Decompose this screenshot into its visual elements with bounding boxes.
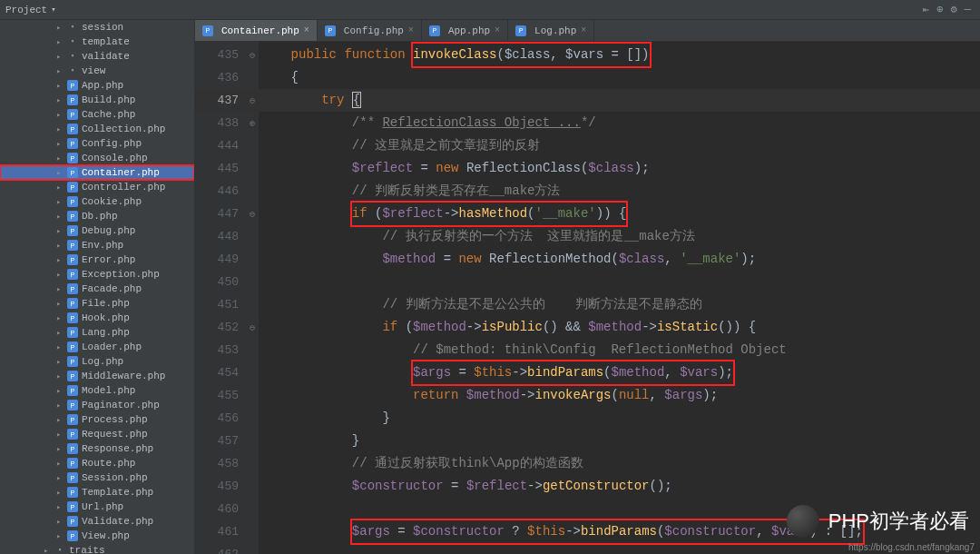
hide-icon[interactable]: — (965, 4, 971, 16)
fold-icon[interactable]: ⊖ (250, 203, 255, 225)
tree-item-middleware-php[interactable]: ▸PMiddleware.php (0, 369, 194, 383)
line-number[interactable]: 453 (195, 339, 259, 361)
tree-item-view-php[interactable]: ▸PView.php (0, 529, 194, 543)
tree-item-label: Build.php (82, 94, 135, 105)
php-icon: P (67, 240, 78, 251)
php-icon: P (67, 211, 78, 222)
line-number[interactable]: 456 (195, 407, 259, 430)
project-label[interactable]: Project ▾ (5, 5, 56, 15)
line-number[interactable]: 436 (195, 66, 259, 89)
php-icon: P (67, 269, 78, 280)
line-number[interactable]: 447⊖ (195, 203, 259, 225)
tree-item-db-php[interactable]: ▸PDb.php (0, 209, 194, 223)
tree-item-request-php[interactable]: ▸PRequest.php (0, 427, 194, 441)
line-number[interactable]: 435⊖ (195, 44, 259, 66)
tree-item-error-php[interactable]: ▸PError.php (0, 252, 194, 267)
tree-item-label: Console.php (82, 153, 148, 163)
tree-item-exception-php[interactable]: ▸PException.php (0, 267, 194, 282)
tree-item-cache-php[interactable]: ▸PCache.php (0, 107, 194, 122)
project-toolbar: Project ▾ ⇤ ⊕ ⚙ — (0, 0, 980, 20)
tree-item-response-php[interactable]: ▸PResponse.php (0, 441, 194, 456)
php-icon: P (67, 487, 78, 498)
tree-item-validate-php[interactable]: ▸PValidate.php (0, 514, 194, 529)
php-icon: P (67, 371, 78, 381)
editor-area: PContainer.php×PConfig.php×PApp.php×PLog… (195, 20, 980, 554)
line-number[interactable]: 458 (195, 452, 259, 475)
line-number[interactable]: 449 (195, 248, 259, 271)
folder-icon: ▪ (54, 545, 65, 554)
close-icon[interactable]: × (495, 25, 500, 35)
line-number[interactable]: 457 (195, 430, 259, 452)
tree-item-console-php[interactable]: ▸PConsole.php (0, 151, 194, 165)
tree-item-session[interactable]: ▸▪session (0, 20, 194, 35)
line-number[interactable]: 448 (195, 225, 259, 248)
tree-item-cookie-php[interactable]: ▸PCookie.php (0, 194, 194, 209)
tree-item-loader-php[interactable]: ▸PLoader.php (0, 340, 194, 354)
fold-icon[interactable]: ⊖ (250, 316, 255, 339)
close-icon[interactable]: × (581, 25, 586, 35)
line-number[interactable]: 445 (195, 157, 259, 180)
close-icon[interactable]: × (408, 25, 414, 35)
tree-item-debug-php[interactable]: ▸PDebug.php (0, 223, 194, 238)
tree-item-controller-php[interactable]: ▸PController.php (0, 180, 194, 194)
tree-item-label: Env.php (82, 240, 123, 251)
tree-item-template-php[interactable]: ▸PTemplate.php (0, 485, 194, 500)
tree-item-validate[interactable]: ▸▪validate (0, 49, 194, 64)
tab-log-php[interactable]: PLog.php× (508, 20, 594, 41)
close-icon[interactable]: × (304, 25, 309, 35)
tree-item-route-php[interactable]: ▸PRoute.php (0, 456, 194, 470)
tree-item-template[interactable]: ▸▪template (0, 35, 194, 49)
tree-item-file-php[interactable]: ▸PFile.php (0, 296, 194, 311)
line-number[interactable]: 437⊖ (195, 89, 259, 112)
line-number[interactable]: 461 (195, 520, 259, 543)
collapse-icon[interactable]: ⇤ (923, 3, 929, 16)
tree-item-model-php[interactable]: ▸PModel.php (0, 383, 194, 398)
tree-item-collection-php[interactable]: ▸PCollection.php (0, 122, 194, 136)
line-number[interactable]: 444 (195, 134, 259, 157)
fold-icon[interactable]: ⊖ (250, 44, 255, 66)
tree-item-hook-php[interactable]: ▸PHook.php (0, 311, 194, 325)
line-number[interactable]: 450 (195, 271, 259, 293)
php-icon: P (67, 458, 78, 469)
tree-item-config-php[interactable]: ▸PConfig.php (0, 136, 194, 151)
tab-container-php[interactable]: PContainer.php× (195, 20, 318, 41)
tree-item-facade-php[interactable]: ▸PFacade.php (0, 282, 194, 296)
tree-item-log-php[interactable]: ▸PLog.php (0, 354, 194, 369)
code[interactable]: public function invokeClass($class, $var… (259, 42, 980, 554)
tree-item-url-php[interactable]: ▸PUrl.php (0, 500, 194, 514)
tree-item-lang-php[interactable]: ▸PLang.php (0, 325, 194, 340)
tree-item-paginator-php[interactable]: ▸PPaginator.php (0, 398, 194, 412)
line-number[interactable]: 462 (195, 543, 259, 554)
tree-item-build-php[interactable]: ▸PBuild.php (0, 93, 194, 107)
tab-config-php[interactable]: PConfig.php× (318, 20, 422, 41)
fold-icon[interactable]: ⊖ (250, 89, 255, 112)
line-number[interactable]: 446 (195, 180, 259, 203)
line-number[interactable]: 438⊕ (195, 112, 259, 134)
line-number[interactable]: 459 (195, 475, 259, 498)
line-number[interactable]: 460 (195, 498, 259, 520)
line-number[interactable]: 451 (195, 293, 259, 316)
tree-item-app-php[interactable]: ▸PApp.php (0, 78, 194, 93)
folder-icon: ▪ (67, 51, 78, 62)
php-icon: P (67, 312, 78, 323)
settings-icon[interactable]: ⚙ (951, 3, 957, 16)
line-number[interactable]: 455 (195, 384, 259, 407)
php-icon: P (67, 182, 78, 193)
tree-item-session-php[interactable]: ▸PSession.php (0, 470, 194, 485)
line-number[interactable]: 452⊖ (195, 316, 259, 339)
tree-item-view[interactable]: ▸▪view (0, 64, 194, 78)
tree-item-env-php[interactable]: ▸PEnv.php (0, 238, 194, 252)
php-icon: P (67, 138, 78, 149)
tree-item-process-php[interactable]: ▸PProcess.php (0, 412, 194, 427)
php-icon: P (325, 25, 336, 36)
tree-item-traits[interactable]: ▸▪traits (0, 543, 194, 554)
tree-item-label: Template.php (82, 487, 153, 498)
fold-icon[interactable]: ⊕ (250, 112, 255, 134)
project-tree[interactable]: ▸▪session▸▪template▸▪validate▸▪view▸PApp… (0, 20, 195, 554)
tab-app-php[interactable]: PApp.php× (422, 20, 508, 41)
line-number[interactable]: 454 (195, 361, 259, 384)
tree-item-container-php[interactable]: ▸PContainer.php (0, 165, 194, 180)
locate-icon[interactable]: ⊕ (936, 3, 943, 16)
php-icon: P (67, 109, 78, 120)
tree-item-label: Log.php (82, 356, 123, 367)
